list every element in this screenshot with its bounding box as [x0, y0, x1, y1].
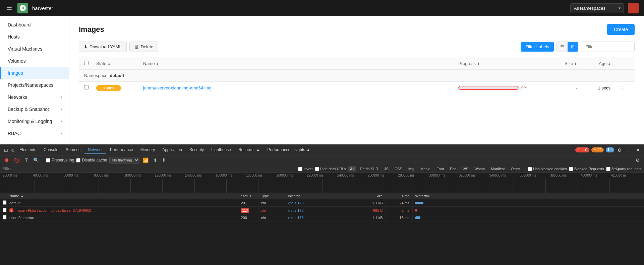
- net-header-initiator[interactable]: Initiator: [285, 193, 352, 199]
- select-all-checkbox[interactable]: [84, 61, 96, 66]
- net-row[interactable]: default 201 xhr xhr.js:178 1.1 kB 24 ms: [0, 199, 644, 207]
- tab-recorder[interactable]: Recorder ▲: [235, 146, 264, 154]
- sidebar-item-networks[interactable]: Networks ▾: [0, 91, 69, 103]
- col-header-age[interactable]: Age ⬍: [582, 61, 616, 66]
- tab-memory[interactable]: Memory: [137, 146, 158, 154]
- tab-network[interactable]: Network: [84, 146, 106, 154]
- blocked-requests-checkbox[interactable]: Blocked Requests: [569, 167, 604, 171]
- filter-media[interactable]: Media: [418, 166, 432, 172]
- net-header-name[interactable]: Name ▲: [7, 193, 238, 199]
- sidebar-item-backup-snapshot[interactable]: Backup & Snapshot ▾: [0, 103, 69, 115]
- net-header-status[interactable]: Status: [238, 193, 258, 199]
- devtools-inspect-icon[interactable]: ⎋: [10, 147, 15, 153]
- network-request-table: Name ▲ Status Type Initiator Size Time W…: [0, 193, 644, 265]
- tab-console[interactable]: Console: [40, 146, 62, 154]
- filter-doc[interactable]: Doc: [448, 166, 459, 172]
- throttle-select[interactable]: No throttling Fast 3G Slow 3G: [109, 157, 139, 163]
- net-row-check[interactable]: [0, 199, 7, 206]
- progress-bar-container: [458, 86, 519, 90]
- filter-other[interactable]: Other: [509, 166, 522, 172]
- col-header-name[interactable]: Name ⬍: [143, 61, 458, 66]
- net-header-time[interactable]: Time: [386, 193, 413, 199]
- filter-bar: Invert Hide data URLs All Fetch/XHR JS C…: [0, 165, 644, 173]
- filter-all[interactable]: All: [348, 166, 356, 172]
- filter-manifest[interactable]: Manifest: [489, 166, 507, 172]
- preserve-log-checkbox[interactable]: Preserve log: [46, 158, 74, 162]
- sidebar-item-projects-namespaces[interactable]: Projects/Namespaces: [0, 79, 69, 91]
- sidebar-item-volumes[interactable]: Volumes: [0, 55, 69, 67]
- col-header-state[interactable]: State ⬍: [96, 61, 143, 66]
- page-header: Images Create: [79, 24, 635, 35]
- filter-fetch-xhr[interactable]: Fetch/XHR: [358, 166, 380, 172]
- clear-button[interactable]: 🚫: [13, 157, 21, 163]
- avatar[interactable]: [628, 3, 639, 13]
- export-icon[interactable]: ⬇: [161, 157, 167, 163]
- row-actions[interactable]: ⋮: [616, 85, 629, 90]
- tab-performance-insights[interactable]: Performance insights ▲: [264, 146, 314, 154]
- net-header-size[interactable]: Size: [352, 193, 386, 199]
- tab-performance[interactable]: Performance: [107, 146, 136, 154]
- devtools-dock-icon[interactable]: ⊡: [3, 147, 9, 153]
- topbar-left: ☰ harvester: [5, 3, 53, 13]
- sidebar-item-monitoring-logging[interactable]: Monitoring & Logging ▾: [0, 115, 69, 127]
- net-row-type: xhr: [258, 215, 285, 221]
- filter-wasm[interactable]: Wasm: [472, 166, 487, 172]
- filter-input[interactable]: [581, 42, 635, 52]
- tab-application[interactable]: Application: [159, 146, 185, 154]
- filter-font[interactable]: Font: [434, 166, 446, 172]
- namespace-select[interactable]: All Namespaces default kube-system: [570, 3, 624, 13]
- search-icon[interactable]: 🔍: [32, 157, 40, 163]
- image-link[interactable]: jammy-server-cloudimg-amd64.img: [143, 85, 212, 90]
- network-filter-input[interactable]: [3, 167, 296, 171]
- settings-icon[interactable]: ⚙: [616, 147, 623, 153]
- sidebar-item-images[interactable]: Images: [0, 67, 69, 79]
- sidebar-item-hosts[interactable]: Hosts: [0, 31, 69, 43]
- net-row-type: xhr: [258, 200, 285, 206]
- third-party-checkbox[interactable]: 3rd-party requests: [606, 167, 641, 171]
- topbar: ☰ harvester All Namespaces default kube-…: [0, 0, 644, 16]
- devtools-network-toolbar: ⏺ 🚫 ⊤ 🔍 Preserve log Disable cache No th…: [0, 155, 644, 165]
- has-blocked-cookies-checkbox[interactable]: Has blocked cookies: [528, 167, 567, 171]
- tab-elements[interactable]: Elements: [16, 146, 40, 154]
- filter-img[interactable]: Img: [406, 166, 416, 172]
- hide-data-checkbox[interactable]: Hide data URLs: [315, 167, 346, 171]
- filter-ws[interactable]: WS: [461, 166, 471, 172]
- close-devtools-icon[interactable]: ✕: [635, 147, 641, 153]
- devtools-settings-icon[interactable]: ⚙: [634, 157, 641, 163]
- list-view-button[interactable]: ☰: [557, 42, 568, 52]
- filter-toggle-icon[interactable]: ⊤: [23, 157, 30, 163]
- sidebar-item-rbac[interactable]: RBAC ▾: [0, 127, 69, 139]
- sidebar-item-virtual-machines[interactable]: Virtual Machines: [0, 43, 69, 55]
- import-icon[interactable]: ⬆: [152, 157, 159, 163]
- create-button[interactable]: Create: [607, 24, 635, 35]
- net-row-check[interactable]: [0, 207, 7, 214]
- sidebar-item-dashboard[interactable]: Dashboard: [0, 19, 69, 31]
- row-checkbox[interactable]: [84, 85, 96, 90]
- invert-checkbox[interactable]: Invert: [298, 167, 313, 171]
- tab-lighthouse[interactable]: Lighthouse: [208, 146, 234, 154]
- grid-view-button[interactable]: ⊞: [568, 42, 578, 52]
- filter-labels-button[interactable]: Filter Labels: [521, 42, 554, 52]
- toolbar-right: Filter Labels ☰ ⊞: [521, 42, 635, 52]
- net-row-check[interactable]: [0, 214, 7, 221]
- tab-sources[interactable]: Sources: [62, 146, 84, 154]
- net-header-type[interactable]: Type: [258, 193, 285, 199]
- tab-security[interactable]: Security: [186, 146, 207, 154]
- filter-css[interactable]: CSS: [393, 166, 404, 172]
- net-header-waterfall[interactable]: Waterfall: [413, 193, 644, 199]
- download-yaml-button[interactable]: ⬇ Download YAML: [79, 42, 127, 52]
- more-options-icon[interactable]: ⋮: [625, 147, 633, 153]
- menu-icon[interactable]: ☰: [5, 4, 13, 12]
- network-conditions-icon[interactable]: 📶: [141, 157, 150, 163]
- net-row[interactable]: users?me=true 200 xhr xhr.js:178 1.1 kB …: [0, 214, 644, 221]
- net-row-error[interactable]: ! image-v9k5w?action=upload&size=6719406…: [0, 207, 644, 214]
- devtools-tabs: ⊡ ⎋ Elements Console Sources Network Per…: [0, 145, 644, 155]
- net-row-size: 1.1 kB: [352, 200, 386, 206]
- disable-cache-checkbox[interactable]: Disable cache: [76, 158, 107, 162]
- net-row-initiator: xhr.js:178: [285, 200, 352, 206]
- col-header-size[interactable]: Size ⬍: [542, 61, 582, 66]
- filter-js[interactable]: JS: [382, 166, 391, 172]
- col-header-progress[interactable]: Progress ⬍: [458, 61, 542, 66]
- record-button[interactable]: ⏺: [3, 157, 11, 163]
- delete-button[interactable]: 🗑 Delete: [129, 42, 159, 52]
